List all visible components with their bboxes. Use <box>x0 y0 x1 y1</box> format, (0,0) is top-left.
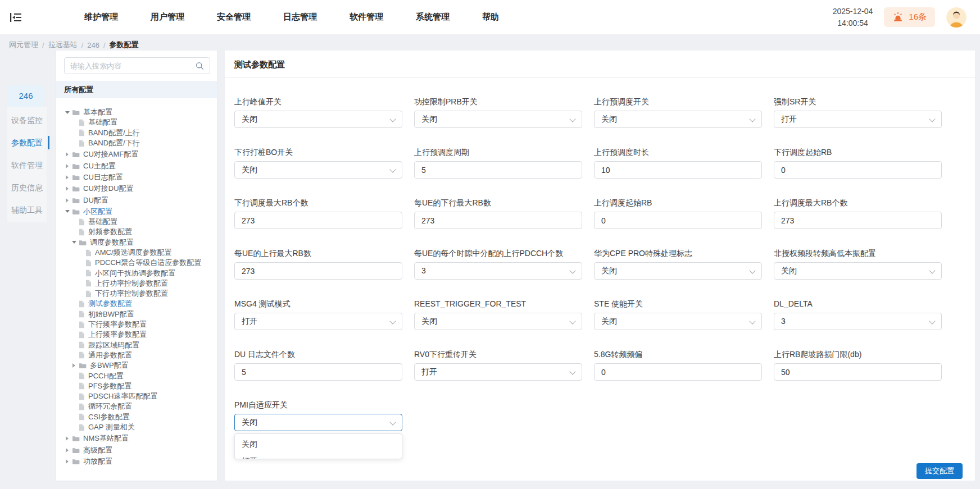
sidebar-item-3[interactable]: 软件管理 <box>7 154 47 176</box>
tree-node[interactable]: PDSCH速率匹配配置 <box>56 391 217 401</box>
tree-node[interactable]: CSI参数配置 <box>56 412 217 422</box>
tree-node[interactable]: 射频参数配置 <box>56 227 217 237</box>
menu-item-4[interactable]: 日志管理 <box>283 12 317 22</box>
tree-node[interactable]: GAP 测量相关 <box>56 422 217 432</box>
field-label: 下行调度最大RB个数 <box>234 197 402 208</box>
tree-node-label: 小区间干扰协调参数配置 <box>95 268 175 278</box>
sidebar-item-2[interactable]: 参数配置 <box>7 131 47 154</box>
form-field: MSG4 测试模式打开 <box>234 298 402 330</box>
text-input[interactable] <box>774 363 942 381</box>
collapse-menu-icon[interactable] <box>10 12 25 23</box>
caret-right-icon <box>64 175 70 180</box>
tree-node[interactable]: 功放配置 <box>56 456 217 467</box>
select-control[interactable]: 打开 <box>414 363 582 381</box>
field-label: 上行调度最大RB个数 <box>774 197 942 208</box>
text-input[interactable] <box>414 212 582 229</box>
tree-node[interactable]: 下行功率控制参数配置 <box>56 289 217 299</box>
select-control[interactable]: 关闭 <box>594 262 762 280</box>
select-control[interactable]: 关闭 <box>594 313 762 330</box>
select-value: 打开 <box>242 317 257 326</box>
menu-item-5[interactable]: 软件管理 <box>350 12 383 22</box>
text-input[interactable] <box>774 212 942 229</box>
breadcrumb-link[interactable]: 拉远基站 <box>48 40 78 50</box>
tree-node[interactable]: 通用参数配置 <box>56 350 217 360</box>
tree-node[interactable]: CU主配置 <box>56 161 217 171</box>
text-input[interactable] <box>234 212 402 229</box>
breadcrumb-link[interactable]: 246 <box>87 41 99 49</box>
search-input[interactable] <box>70 62 192 70</box>
tree-node[interactable]: 小区配置 <box>56 207 217 217</box>
chevron-down-icon <box>929 318 935 324</box>
text-input[interactable] <box>594 363 762 381</box>
text-input[interactable] <box>594 161 762 179</box>
tree-node[interactable]: 上行功率控制参数配置 <box>56 278 217 289</box>
select-control[interactable]: 关闭 <box>234 161 402 179</box>
select-control[interactable]: 关闭 <box>414 111 582 128</box>
menu-item-1[interactable]: 维护管理 <box>84 12 118 22</box>
dropdown-option[interactable]: 打开 <box>235 453 402 459</box>
tree-node[interactable]: 基础配置 <box>56 117 217 127</box>
chevron-down-icon <box>929 116 935 122</box>
tree-node[interactable]: 测试参数配置 <box>56 299 217 309</box>
tree-node[interactable]: 基本配置 <box>56 107 217 117</box>
alarm-badge[interactable]: 16条 <box>884 7 935 27</box>
tree-node[interactable]: 上行频率参数配置 <box>56 330 217 340</box>
text-input[interactable] <box>774 161 942 179</box>
tree-node[interactable]: 下行频率参数配置 <box>56 319 217 330</box>
tree-node[interactable]: 多BWP配置 <box>56 360 217 371</box>
select-control[interactable]: 关闭 <box>234 111 402 128</box>
sidebar-item-5[interactable]: 辅助工具 <box>7 199 47 221</box>
tree-node[interactable]: 跟踪区域码配置 <box>56 340 217 350</box>
select-control[interactable]: 关闭 <box>414 313 582 330</box>
menu-item-2[interactable]: 用户管理 <box>151 12 184 22</box>
tree-root-all-config[interactable]: 所有配置 <box>56 81 217 98</box>
select-value: 关闭 <box>242 165 257 174</box>
doc-icon <box>79 403 85 410</box>
tree-node[interactable]: PDCCH聚合等级自适应参数配置 <box>56 258 217 268</box>
select-control[interactable]: 3 <box>414 262 582 280</box>
tree-node[interactable]: BAND配置/上行 <box>56 128 217 138</box>
tree-node[interactable]: 高级配置 <box>56 445 217 455</box>
search-icon[interactable] <box>196 62 204 70</box>
text-input[interactable] <box>594 212 762 229</box>
field-label: 功控限制PRB开关 <box>414 96 582 107</box>
tree-node[interactable]: 调度参数配置 <box>56 237 217 248</box>
tree-node[interactable]: 循环冗余配置 <box>56 401 217 412</box>
menu-item-6[interactable]: 系统管理 <box>416 12 450 22</box>
select-control[interactable]: 打开 <box>774 111 942 128</box>
chevron-down-icon <box>929 267 935 273</box>
sidebar-item-4[interactable]: 历史信息 <box>7 176 47 199</box>
tree-node[interactable]: 初始BWP配置 <box>56 309 217 319</box>
tree-node[interactable]: 小区间干扰协调参数配置 <box>56 268 217 278</box>
menu-item-7[interactable]: 帮助 <box>482 12 499 22</box>
select-control[interactable]: 关闭 <box>774 262 942 280</box>
text-input[interactable] <box>234 363 402 381</box>
field-label: 上行调度起始RB <box>594 197 762 208</box>
avatar[interactable] <box>946 7 967 28</box>
form-field: DU 日志文件个数 <box>234 349 402 381</box>
select-value: 关闭 <box>601 115 617 124</box>
tree-node[interactable]: PCCH配置 <box>56 371 217 381</box>
menu-item-3[interactable]: 安全管理 <box>217 12 251 22</box>
tree-node[interactable]: 基础配置 <box>56 217 217 227</box>
sidebar-item-1[interactable]: 设备监控 <box>7 109 47 131</box>
tree-node[interactable]: NMS基站配置 <box>56 433 217 444</box>
tree-node[interactable]: AMC/频选调度参数配置 <box>56 248 217 258</box>
text-input[interactable] <box>414 161 582 179</box>
submit-config-button[interactable]: 提交配置 <box>917 463 963 479</box>
tree-node[interactable]: CU对接AMF配置 <box>56 149 217 159</box>
tree-node-label: PDCCH聚合等级自适应参数配置 <box>95 258 201 268</box>
breadcrumb-link[interactable]: 网元管理 <box>9 40 38 50</box>
tree-node[interactable]: CU日志配置 <box>56 172 217 182</box>
tree-node[interactable]: CU对接DU配置 <box>56 184 217 194</box>
tree-node[interactable]: BAND配置/下行 <box>56 138 217 148</box>
tree-node[interactable]: PFS参数配置 <box>56 381 217 391</box>
text-input[interactable] <box>234 262 402 280</box>
select-control[interactable]: 3 <box>774 313 942 330</box>
select-control[interactable]: 关闭 <box>594 111 762 128</box>
sidebar-station-tab[interactable]: 246 <box>7 85 44 107</box>
dropdown-option[interactable]: 关闭 <box>235 436 402 453</box>
tree-node[interactable]: DU配置 <box>56 195 217 205</box>
select-control[interactable]: 打开 <box>234 313 402 330</box>
select-control[interactable]: 关闭 <box>234 414 402 431</box>
